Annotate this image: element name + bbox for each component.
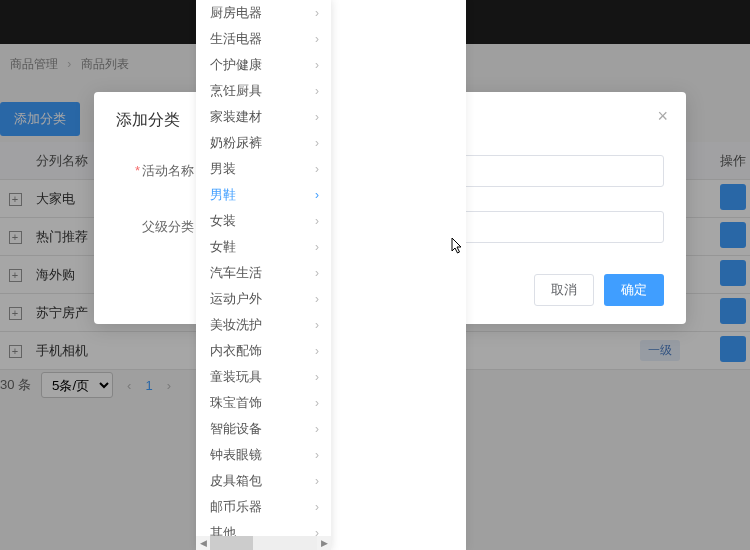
chevron-right-icon: ›: [315, 266, 319, 280]
cascader-item-label: 厨房电器: [210, 4, 262, 22]
cascader-item-label: 其他: [210, 524, 236, 536]
chevron-right-icon: ›: [315, 162, 319, 176]
cascader-item-label: 男装: [210, 160, 236, 178]
chevron-right-icon: ›: [315, 526, 319, 536]
chevron-right-icon: ›: [315, 136, 319, 150]
cascader-scrollbar[interactable]: ◀ ▶: [196, 536, 331, 550]
cascader-panel: 厨房电器›生活电器›个护健康›烹饪厨具›家装建材›奶粉尿裤›男装›男鞋›女装›女…: [196, 0, 331, 550]
cascader-item[interactable]: 生活电器›: [196, 26, 331, 52]
chevron-right-icon: ›: [315, 370, 319, 384]
chevron-right-icon: ›: [315, 448, 319, 462]
cancel-button[interactable]: 取消: [534, 274, 594, 306]
cascader-item-label: 生活电器: [210, 30, 262, 48]
chevron-right-icon: ›: [315, 318, 319, 332]
cascader-item-label: 男鞋: [210, 186, 236, 204]
chevron-right-icon: ›: [315, 110, 319, 124]
cascader-item-label: 运动户外: [210, 290, 262, 308]
chevron-right-icon: ›: [315, 292, 319, 306]
scroll-left-icon[interactable]: ◀: [196, 536, 210, 550]
cascader-item[interactable]: 内衣配饰›: [196, 338, 331, 364]
cascader-item[interactable]: 美妆洗护›: [196, 312, 331, 338]
cascader-item-label: 童装玩具: [210, 368, 262, 386]
close-icon[interactable]: ×: [657, 106, 668, 127]
cascader-item[interactable]: 女鞋›: [196, 234, 331, 260]
field-label-parent: 父级分类: [116, 218, 194, 236]
cascader-item-label: 个护健康: [210, 56, 262, 74]
cascader-item[interactable]: 童装玩具›: [196, 364, 331, 390]
cascader-item[interactable]: 烹饪厨具›: [196, 78, 331, 104]
cascader-item-label: 奶粉尿裤: [210, 134, 262, 152]
cascader-item[interactable]: 男鞋›: [196, 182, 331, 208]
cascader-item-label: 珠宝首饰: [210, 394, 262, 412]
cascader-item-label: 内衣配饰: [210, 342, 262, 360]
cascader-item[interactable]: 其他›: [196, 520, 331, 536]
cascader-item-label: 美妆洗护: [210, 316, 262, 334]
cascader-item-label: 女装: [210, 212, 236, 230]
cascader-item[interactable]: 皮具箱包›: [196, 468, 331, 494]
cascader-item-label: 邮币乐器: [210, 498, 262, 516]
chevron-right-icon: ›: [315, 188, 319, 202]
chevron-right-icon: ›: [315, 422, 319, 436]
cascader-item[interactable]: 家装建材›: [196, 104, 331, 130]
chevron-right-icon: ›: [315, 214, 319, 228]
scroll-right-icon[interactable]: ▶: [317, 536, 331, 550]
cascader-item-label: 烹饪厨具: [210, 82, 262, 100]
cascader-item-label: 家装建材: [210, 108, 262, 126]
cascader-item[interactable]: 汽车生活›: [196, 260, 331, 286]
cascader-item-label: 汽车生活: [210, 264, 262, 282]
chevron-right-icon: ›: [315, 396, 319, 410]
chevron-right-icon: ›: [315, 32, 319, 46]
cascader-item[interactable]: 智能设备›: [196, 416, 331, 442]
cascader-item[interactable]: 奶粉尿裤›: [196, 130, 331, 156]
chevron-right-icon: ›: [315, 58, 319, 72]
chevron-right-icon: ›: [315, 6, 319, 20]
chevron-right-icon: ›: [315, 240, 319, 254]
cascader-item-label: 智能设备: [210, 420, 262, 438]
chevron-right-icon: ›: [315, 500, 319, 514]
cascader-item[interactable]: 珠宝首饰›: [196, 390, 331, 416]
chevron-right-icon: ›: [315, 474, 319, 488]
cascader-item[interactable]: 厨房电器›: [196, 0, 331, 26]
cascader-item[interactable]: 邮币乐器›: [196, 494, 331, 520]
chevron-right-icon: ›: [315, 84, 319, 98]
confirm-button[interactable]: 确定: [604, 274, 664, 306]
cascader-item[interactable]: 钟表眼镜›: [196, 442, 331, 468]
cascader-item-label: 皮具箱包: [210, 472, 262, 490]
chevron-right-icon: ›: [315, 344, 319, 358]
cascader-item[interactable]: 个护健康›: [196, 52, 331, 78]
cascader-item[interactable]: 男装›: [196, 156, 331, 182]
cascader-item[interactable]: 运动户外›: [196, 286, 331, 312]
cascader-item-label: 女鞋: [210, 238, 236, 256]
cascader-item[interactable]: 女装›: [196, 208, 331, 234]
cascader-sub-panel: [331, 0, 466, 550]
field-label-name: *活动名称: [116, 162, 194, 180]
cascader-item-label: 钟表眼镜: [210, 446, 262, 464]
